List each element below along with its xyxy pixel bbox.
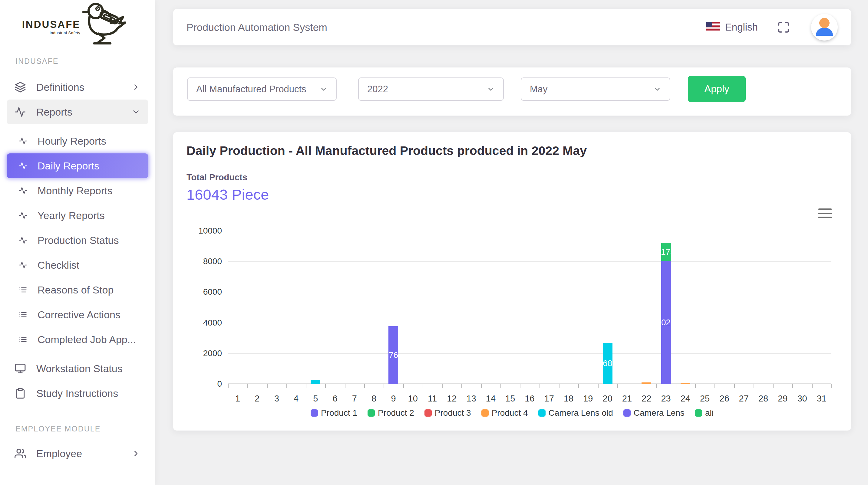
legend-label: Product 4 bbox=[492, 408, 528, 418]
x-axis-tick-label: 21 bbox=[617, 394, 637, 403]
chart-menu-icon[interactable] bbox=[818, 208, 832, 218]
bar-day-24-product-4[interactable] bbox=[681, 383, 690, 384]
sidebar-item-label: Definitions bbox=[36, 82, 85, 93]
sidebar-item-daily-reports[interactable]: Daily Reports bbox=[7, 153, 148, 178]
total-products-value: 16043 Piece bbox=[186, 186, 269, 203]
clipboard-icon bbox=[14, 388, 26, 399]
legend-item-product-2[interactable]: Product 2 bbox=[368, 408, 414, 418]
bar-day-9-camera-lens[interactable]: 3765 bbox=[389, 326, 398, 384]
x-axis-tick bbox=[792, 384, 793, 388]
chart-legend: Product 1Product 2Product 3Product 4Came… bbox=[173, 408, 851, 418]
x-axis-tick bbox=[559, 384, 559, 388]
apply-button[interactable]: Apply bbox=[688, 76, 746, 102]
x-axis-tick-label: 9 bbox=[383, 394, 403, 403]
sidebar-item-label: Reports bbox=[36, 106, 72, 118]
language-switcher[interactable]: English bbox=[706, 22, 758, 33]
layers-icon bbox=[14, 82, 26, 93]
x-axis-tick-label: 27 bbox=[734, 394, 753, 403]
legend-item-product-4[interactable]: Product 4 bbox=[482, 408, 528, 418]
brand-logo: INDUSAFE Industrial Safety bbox=[0, 2, 155, 47]
sidebar-item-label: Production Status bbox=[37, 234, 119, 246]
y-axis-tick-label: 0 bbox=[183, 379, 222, 389]
x-axis-tick bbox=[617, 384, 618, 388]
sidebar-item-workstation-status[interactable]: Workstation Status bbox=[7, 356, 148, 381]
gridline bbox=[228, 231, 831, 231]
sidebar-item-corrective-actions[interactable]: Corrective Actions bbox=[7, 302, 148, 327]
x-axis-tick-label: 4 bbox=[286, 394, 306, 403]
legend-swatch bbox=[425, 409, 432, 417]
legend-swatch bbox=[538, 409, 546, 417]
fullscreen-icon[interactable] bbox=[777, 21, 790, 34]
x-axis-tick-label: 7 bbox=[345, 394, 364, 403]
x-axis-tick-label: 12 bbox=[442, 394, 461, 403]
y-axis-tick-label: 10000 bbox=[183, 226, 222, 236]
x-axis-tick bbox=[423, 384, 423, 388]
product-select-value: All Manufactured Products bbox=[196, 84, 306, 95]
bar-day-23-ali[interactable]: 1175 bbox=[661, 243, 671, 261]
x-axis-tick bbox=[656, 384, 657, 388]
monitor-icon bbox=[14, 363, 26, 374]
topbar-actions: English bbox=[706, 14, 838, 40]
x-axis-tick-label: 26 bbox=[714, 394, 734, 403]
x-axis-tick-label: 20 bbox=[598, 394, 617, 403]
x-axis-tick bbox=[695, 384, 696, 388]
legend-swatch bbox=[695, 409, 702, 417]
user-avatar[interactable] bbox=[811, 14, 838, 40]
legend-item-product-1[interactable]: Product 1 bbox=[311, 408, 357, 418]
list-icon bbox=[19, 311, 27, 319]
sidebar-item-yearly-reports[interactable]: Yearly Reports bbox=[7, 203, 148, 228]
bar-chart: 0200040006000800010000123456789101112131… bbox=[173, 132, 851, 430]
sidebar-item-completed-job-app[interactable]: Completed Job App... bbox=[7, 327, 148, 352]
bar-day-22-product-4[interactable] bbox=[642, 382, 651, 384]
x-axis-tick-label: 23 bbox=[656, 394, 676, 403]
x-axis-tick-label: 29 bbox=[773, 394, 792, 403]
product-select[interactable]: All Manufactured Products bbox=[187, 77, 337, 101]
legend-item-ali[interactable]: ali bbox=[695, 408, 714, 418]
list-icon bbox=[19, 286, 27, 294]
sidebar-item-study-instructions[interactable]: Study Instructions bbox=[7, 381, 148, 406]
x-axis-tick-label: 14 bbox=[481, 394, 500, 403]
legend-label: Camera Lens bbox=[634, 408, 685, 418]
x-axis-tick-label: 16 bbox=[520, 394, 539, 403]
sidebar-item-employee[interactable]: Employee bbox=[7, 441, 148, 466]
sidebar-item-production-status[interactable]: Production Status bbox=[7, 228, 148, 253]
list-icon bbox=[19, 335, 27, 344]
bar-day-5-camera-lens-old[interactable] bbox=[311, 380, 320, 384]
legend-item-product-3[interactable]: Product 3 bbox=[425, 408, 471, 418]
x-axis-tick-label: 1 bbox=[228, 394, 247, 403]
bar-day-23-camera-lens[interactable]: 8025 bbox=[661, 261, 671, 384]
sidebar-item-reports[interactable]: Reports bbox=[7, 100, 148, 124]
bar-day-20-camera-lens-old[interactable]: 2685 bbox=[603, 343, 613, 384]
chevron-down-icon bbox=[131, 107, 141, 117]
bar-value-label: 2685 bbox=[603, 359, 613, 368]
legend-label: Camera Lens old bbox=[549, 408, 613, 418]
gridline bbox=[228, 261, 831, 262]
legend-swatch bbox=[311, 409, 318, 417]
brand-name: INDUSAFE bbox=[22, 19, 81, 29]
legend-swatch bbox=[623, 409, 631, 417]
sidebar-item-hourly-reports[interactable]: Hourly Reports bbox=[7, 129, 148, 153]
sidebar-item-checklist[interactable]: Checklist bbox=[7, 253, 148, 278]
x-axis-tick bbox=[578, 384, 579, 388]
legend-item-camera-lens[interactable]: Camera Lens bbox=[623, 408, 685, 418]
x-axis-tick bbox=[228, 384, 228, 388]
chevron-down-icon bbox=[487, 85, 495, 93]
year-select[interactable]: 2022 bbox=[358, 77, 504, 101]
month-select[interactable]: May bbox=[521, 77, 670, 101]
chevron-down-icon bbox=[653, 85, 661, 93]
nav-section-header: EMPLOYEE MODULE bbox=[16, 424, 155, 433]
sidebar-item-label: Employee bbox=[36, 448, 82, 460]
x-axis-tick bbox=[442, 384, 443, 388]
legend-item-camera-lens-old[interactable]: Camera Lens old bbox=[538, 408, 613, 418]
total-products-label: Total Products bbox=[186, 172, 247, 183]
x-axis-tick-label: 30 bbox=[792, 394, 812, 403]
sidebar-item-definitions[interactable]: Definitions bbox=[7, 75, 148, 100]
x-axis-tick-label: 5 bbox=[306, 394, 325, 403]
y-axis-tick-label: 8000 bbox=[183, 257, 222, 266]
sidebar-item-monthly-reports[interactable]: Monthly Reports bbox=[7, 178, 148, 203]
x-axis-tick-label: 31 bbox=[812, 394, 831, 403]
x-axis-tick bbox=[539, 384, 540, 388]
x-axis-tick-label: 2 bbox=[247, 394, 267, 403]
sidebar-item-reasons-of-stop[interactable]: Reasons of Stop bbox=[7, 278, 148, 302]
x-axis-tick-label: 17 bbox=[539, 394, 559, 403]
